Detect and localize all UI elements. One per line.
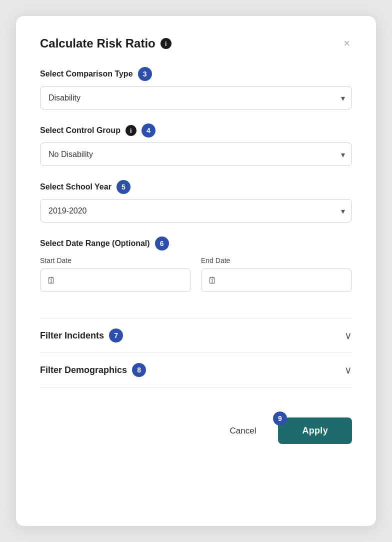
control-group-label-row: Select Control Group i 4 [40, 124, 352, 138]
comparison-type-section: Select Comparison Type 3 Disability Race… [40, 67, 352, 110]
school-year-label: Select School Year [40, 182, 112, 192]
end-date-group: End Date 🗓 [201, 256, 352, 292]
modal-title: Calculate Risk Ratio [40, 36, 156, 50]
control-group-info-icon[interactable]: i [126, 125, 136, 136]
school-year-section: Select School Year 5 2019-2020 2018-2019… [40, 180, 352, 222]
apply-button[interactable]: Apply [278, 418, 352, 444]
title-info-icon[interactable]: i [160, 38, 172, 49]
date-range-label: Select Date Range (Optional) [40, 239, 150, 248]
filter-demographics-step-badge: 8 [132, 363, 146, 377]
filter-demographics-label-row: Filter Demographics 8 [40, 363, 146, 377]
filter-demographics-expand-icon: ∨ [344, 364, 352, 376]
start-date-input[interactable] [40, 268, 191, 292]
comparison-type-label-row: Select Comparison Type 3 [40, 67, 352, 81]
comparison-type-select[interactable]: Disability Race/Ethnicity Gender ELL Sta… [40, 86, 352, 110]
control-group-step-badge: 4 [142, 124, 156, 138]
end-date-input[interactable] [201, 268, 352, 292]
filter-incidents-label: Filter Incidents [40, 330, 104, 341]
comparison-type-label: Select Comparison Type [40, 70, 133, 78]
modal-header: Calculate Risk Ratio i × [40, 36, 352, 51]
date-range-section: Select Date Range (Optional) 6 Start Dat… [40, 236, 352, 292]
filter-demographics-section[interactable]: Filter Demographics 8 ∨ [40, 353, 352, 388]
filter-incidents-expand-icon: ∨ [344, 330, 352, 342]
school-year-step-badge: 5 [116, 180, 130, 194]
filter-demographics-label: Filter Demographics [40, 365, 127, 376]
control-group-label: Select Control Group [40, 126, 120, 135]
date-range-label-row: Select Date Range (Optional) 6 [40, 236, 352, 250]
modal-container: Calculate Risk Ratio i × Select Comparis… [16, 16, 376, 526]
comparison-type-select-wrapper: Disability Race/Ethnicity Gender ELL Sta… [40, 86, 352, 110]
school-year-select[interactable]: 2019-2020 2018-2019 2017-2018 2020-2021 [40, 199, 352, 222]
modal-footer: 9 Cancel Apply [40, 408, 352, 444]
control-group-section: Select Control Group i 4 No Disability A… [40, 124, 352, 166]
comparison-type-step-badge: 3 [138, 67, 152, 81]
start-date-label: Start Date [40, 256, 191, 264]
school-year-label-row: Select School Year 5 [40, 180, 352, 194]
modal-title-row: Calculate Risk Ratio i [40, 36, 172, 50]
end-date-input-wrapper: 🗓 [201, 268, 352, 292]
apply-step-badge: 9 [273, 412, 287, 426]
close-button[interactable]: × [342, 36, 352, 51]
cancel-button[interactable]: Cancel [220, 420, 266, 442]
start-date-group: Start Date 🗓 [40, 256, 191, 292]
filter-incidents-section[interactable]: Filter Incidents 7 ∨ [40, 318, 352, 353]
school-year-select-wrapper: 2019-2020 2018-2019 2017-2018 2020-2021 … [40, 199, 352, 222]
control-group-select[interactable]: No Disability All Students White Non-Dis… [40, 142, 352, 166]
end-date-label: End Date [201, 256, 352, 264]
filter-incidents-label-row: Filter Incidents 7 [40, 328, 123, 342]
filter-incidents-step-badge: 7 [109, 328, 123, 342]
date-range-step-badge: 6 [155, 236, 169, 250]
start-date-input-wrapper: 🗓 [40, 268, 191, 292]
date-fields-row: Start Date 🗓 End Date 🗓 [40, 256, 352, 292]
control-group-select-wrapper: No Disability All Students White Non-Dis… [40, 142, 352, 166]
